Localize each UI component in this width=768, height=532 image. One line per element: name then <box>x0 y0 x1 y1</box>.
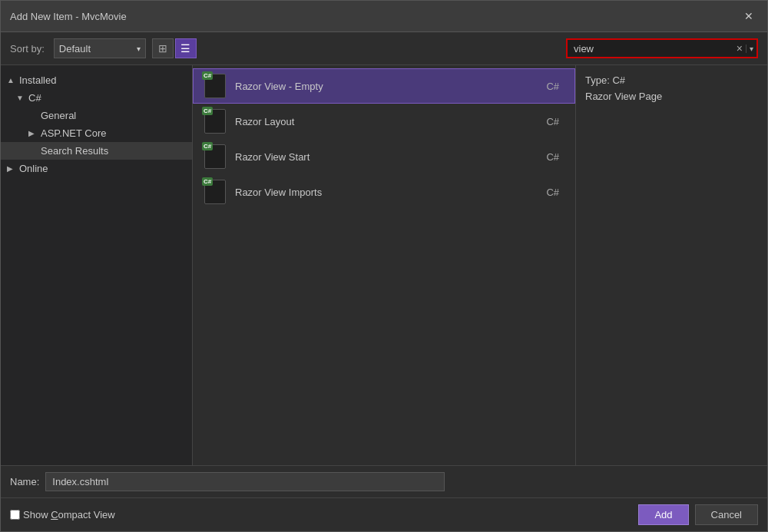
item-icon-badge: C# <box>202 71 213 80</box>
item-icon-inner: C# <box>204 180 226 204</box>
search-input[interactable] <box>568 40 733 57</box>
item-icon-badge: C# <box>202 142 213 150</box>
sort-value: Default <box>59 43 91 55</box>
main-content: Sort by: Default ▾ ⊞ ☰ × ▾ ▲ Installed <box>1 32 767 531</box>
item-lang: C# <box>546 116 559 127</box>
name-input[interactable] <box>45 472 445 491</box>
dialog-title: Add New Item - MvcMovie <box>10 11 127 22</box>
expand-icon <box>28 111 38 120</box>
grid-view-button[interactable]: ⊞ <box>152 38 174 58</box>
dialog: Add New Item - MvcMovie ✕ Sort by: Defau… <box>0 0 768 532</box>
name-label: Name: <box>10 476 39 487</box>
title-bar: Add New Item - MvcMovie ✕ <box>1 1 767 32</box>
expand-icon: ▼ <box>16 94 25 102</box>
search-box: × ▾ <box>566 38 758 58</box>
detail-description: Razor View Page <box>585 91 758 102</box>
item-name: Razor Layout <box>235 116 538 127</box>
sidebar-item-installed[interactable]: ▲ Installed <box>1 71 192 89</box>
item-icon-inner: C# <box>204 144 226 169</box>
result-item[interactable]: C# Razor View Start C# <box>193 139 575 174</box>
item-icon: C# <box>203 180 227 204</box>
toolbar: Sort by: Default ▾ ⊞ ☰ × ▾ <box>1 32 767 65</box>
close-button[interactable]: ✕ <box>740 7 758 25</box>
result-item[interactable]: C# Razor View - Empty C# <box>193 68 575 104</box>
detail-type-label: Type: <box>585 74 610 86</box>
detail-panel: Type: C# Razor View Page <box>575 65 767 465</box>
expand-icon: ▲ <box>7 76 16 84</box>
list-view-button[interactable]: ☰ <box>175 38 197 58</box>
detail-type-value: C# <box>612 74 625 86</box>
cancel-button[interactable]: Cancel <box>695 504 758 525</box>
result-item[interactable]: C# Razor Layout C# <box>193 104 575 139</box>
sidebar-item-aspnet[interactable]: ▶ ASP.NET Core <box>1 124 192 142</box>
item-lang: C# <box>546 151 559 163</box>
sidebar: ▲ Installed ▼ C# General ▶ ASP.NET Core <box>1 65 193 465</box>
footer: Show Compact View Add Cancel <box>1 497 767 531</box>
sort-dropdown-arrow-icon: ▾ <box>137 45 141 53</box>
expand-icon: ▶ <box>28 129 38 137</box>
add-button[interactable]: Add <box>638 504 688 525</box>
result-item[interactable]: C# Razor View Imports C# <box>193 174 575 210</box>
expand-icon: ▶ <box>7 164 16 173</box>
item-icon: C# <box>203 109 227 134</box>
item-name: Razor View Imports <box>235 187 538 198</box>
name-bar: Name: <box>1 465 767 497</box>
item-icon: C# <box>203 144 227 169</box>
item-icon-badge: C# <box>202 107 213 115</box>
sidebar-item-label: Search Results <box>41 145 108 157</box>
view-toggle: ⊞ ☰ <box>152 38 197 58</box>
sidebar-item-label: ASP.NET Core <box>41 127 107 139</box>
sidebar-item-online[interactable]: ▶ Online <box>1 160 192 177</box>
sidebar-item-label: Online <box>19 163 48 174</box>
sidebar-item-label: Installed <box>19 74 56 86</box>
results-area: C# Razor View - Empty C# C# Raz <box>193 65 575 465</box>
sidebar-item-general[interactable]: General <box>1 107 192 124</box>
search-dropdown-icon[interactable]: ▾ <box>746 45 756 53</box>
compact-view-checkbox[interactable] <box>10 510 20 520</box>
compact-view-label: Show Compact View <box>23 509 115 520</box>
search-clear-icon[interactable]: × <box>733 42 746 55</box>
item-lang: C# <box>546 81 559 92</box>
item-name: Razor View - Empty <box>235 81 538 92</box>
results-list: C# Razor View - Empty C# C# Raz <box>193 65 575 213</box>
sidebar-item-label: C# <box>28 92 41 104</box>
item-icon-inner: C# <box>204 109 226 134</box>
item-icon-inner: C# <box>204 74 226 98</box>
compact-view-checkbox-area[interactable]: Show Compact View <box>10 509 115 520</box>
detail-type: Type: C# <box>585 74 758 86</box>
expand-icon <box>28 147 38 155</box>
sidebar-item-csharp[interactable]: ▼ C# <box>1 89 192 107</box>
item-icon: C# <box>203 74 227 98</box>
item-icon-badge: C# <box>202 177 213 186</box>
sort-dropdown[interactable]: Default ▾ <box>54 38 146 58</box>
sidebar-item-search-results[interactable]: Search Results <box>1 142 192 160</box>
footer-buttons: Add Cancel <box>638 504 758 525</box>
item-lang: C# <box>546 187 559 198</box>
sidebar-item-label: General <box>41 110 76 121</box>
body-area: ▲ Installed ▼ C# General ▶ ASP.NET Core <box>1 65 767 465</box>
sort-label: Sort by: <box>10 43 45 55</box>
item-name: Razor View Start <box>235 151 538 163</box>
